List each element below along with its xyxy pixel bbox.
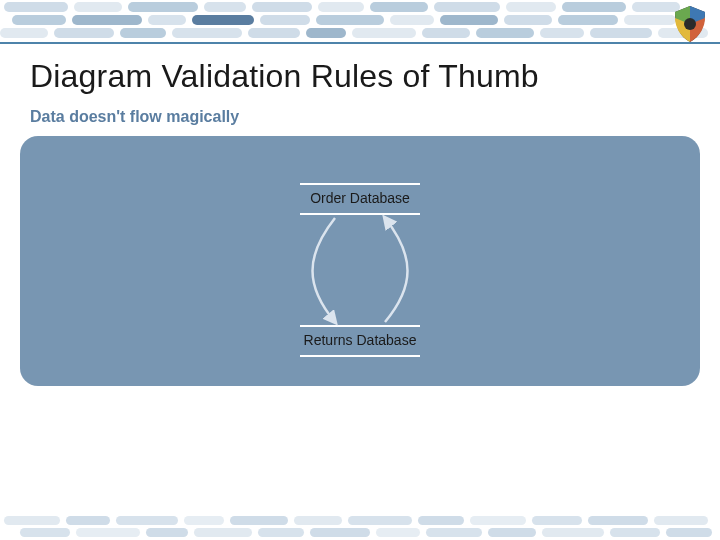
svg-rect-21 — [624, 15, 676, 25]
svg-rect-27 — [306, 28, 346, 38]
svg-rect-0 — [4, 2, 68, 12]
svg-rect-45 — [348, 516, 412, 525]
svg-rect-62 — [666, 528, 712, 537]
svg-rect-51 — [20, 528, 70, 537]
footer-strip — [0, 512, 720, 540]
svg-rect-47 — [470, 516, 526, 525]
svg-rect-2 — [128, 2, 198, 12]
svg-rect-48 — [532, 516, 582, 525]
svg-rect-52 — [76, 528, 140, 537]
shield-logo-icon — [670, 4, 710, 44]
page-title: Diagram Validation Rules of Thumb — [30, 58, 539, 95]
svg-rect-8 — [506, 2, 556, 12]
diagram-panel: Order Database Returns Database — [20, 136, 700, 386]
svg-rect-55 — [258, 528, 304, 537]
svg-rect-30 — [476, 28, 534, 38]
node-returns-database: Returns Database — [280, 332, 440, 348]
svg-rect-56 — [310, 528, 370, 537]
svg-rect-50 — [654, 516, 708, 525]
svg-point-34 — [684, 18, 696, 30]
svg-rect-40 — [66, 516, 110, 525]
svg-rect-29 — [422, 28, 470, 38]
svg-rect-61 — [610, 528, 660, 537]
diagram-svg — [20, 136, 700, 386]
header-strip — [0, 0, 720, 44]
svg-rect-44 — [294, 516, 342, 525]
svg-rect-19 — [504, 15, 552, 25]
svg-rect-18 — [440, 15, 498, 25]
svg-rect-54 — [194, 528, 252, 537]
svg-rect-49 — [588, 516, 648, 525]
svg-rect-31 — [540, 28, 584, 38]
svg-rect-6 — [370, 2, 428, 12]
svg-rect-7 — [434, 2, 500, 12]
svg-rect-57 — [376, 528, 420, 537]
svg-rect-41 — [116, 516, 178, 525]
svg-rect-59 — [488, 528, 536, 537]
footer-pills-svg — [0, 512, 720, 540]
svg-rect-46 — [418, 516, 464, 525]
svg-rect-22 — [0, 28, 48, 38]
svg-rect-3 — [204, 2, 246, 12]
svg-rect-5 — [318, 2, 364, 12]
page-subtitle: Data doesn't flow magically — [30, 108, 239, 126]
svg-rect-32 — [590, 28, 652, 38]
svg-rect-60 — [542, 528, 604, 537]
svg-rect-14 — [192, 15, 254, 25]
svg-rect-17 — [390, 15, 434, 25]
svg-rect-1 — [74, 2, 122, 12]
svg-rect-24 — [120, 28, 166, 38]
svg-rect-23 — [54, 28, 114, 38]
svg-rect-58 — [426, 528, 482, 537]
svg-rect-25 — [172, 28, 242, 38]
svg-rect-43 — [230, 516, 288, 525]
svg-rect-13 — [148, 15, 186, 25]
node-order-database: Order Database — [280, 190, 440, 206]
svg-rect-20 — [558, 15, 618, 25]
svg-rect-15 — [260, 15, 310, 25]
svg-rect-39 — [4, 516, 60, 525]
svg-rect-9 — [562, 2, 626, 12]
svg-rect-4 — [252, 2, 312, 12]
svg-rect-28 — [352, 28, 416, 38]
svg-rect-53 — [146, 528, 188, 537]
svg-rect-16 — [316, 15, 384, 25]
svg-rect-12 — [72, 15, 142, 25]
header-pills-svg — [0, 0, 720, 42]
svg-rect-11 — [12, 15, 66, 25]
svg-rect-26 — [248, 28, 300, 38]
svg-rect-42 — [184, 516, 224, 525]
